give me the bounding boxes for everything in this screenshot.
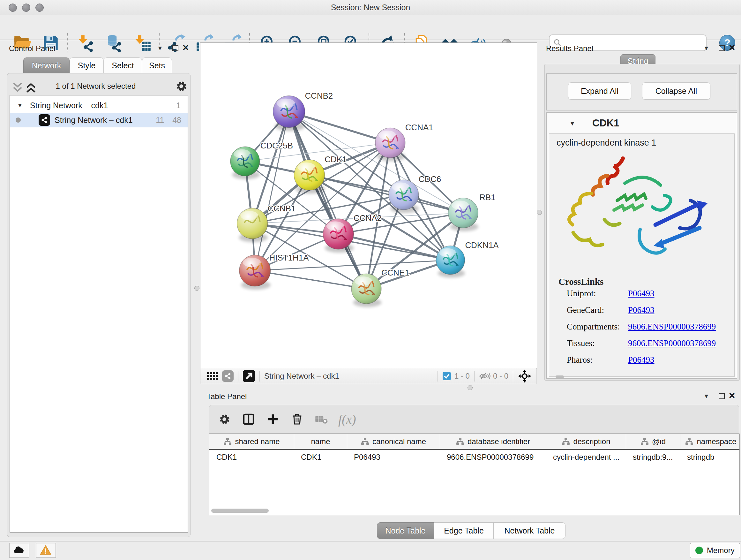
table-horizontal-scrollbar[interactable]: [211, 509, 269, 513]
table-cell[interactable]: 9606.ENSP00000378699: [440, 450, 546, 464]
network-node-label: CCNB2: [305, 91, 333, 100]
node-table: shared namenamecanonical namedatabase id…: [209, 434, 740, 515]
left-splitter-handle[interactable]: [194, 286, 199, 291]
right-splitter-handle[interactable]: [537, 210, 542, 215]
column-header-database-identifier[interactable]: database identifier: [440, 434, 546, 449]
protein-structure-image: [556, 152, 734, 271]
control-panel-float-icon[interactable]: [172, 45, 179, 51]
table-tab-bar: Node Table Edge Table Network Table: [377, 522, 565, 539]
crosslink-row: Uniprot:P06493: [567, 289, 733, 305]
shared-column-icon: [456, 438, 464, 445]
column-header-description[interactable]: description: [546, 434, 626, 449]
grid-view-icon[interactable]: [206, 370, 219, 382]
table-cell[interactable]: stringdb:9...: [626, 450, 680, 464]
crosslink-label: Uniprot:: [567, 289, 628, 299]
horizontal-splitter-handle[interactable]: [468, 385, 473, 390]
import-table-icon[interactable]: [133, 34, 152, 52]
network-node-CDK1[interactable]: CDK1: [294, 155, 347, 193]
network-node-CCNB2[interactable]: CCNB2: [273, 91, 333, 131]
network-node-label: CCNA1: [405, 123, 433, 132]
network-node-CDKN1A[interactable]: CDKN1A: [436, 241, 499, 278]
table-panel-title: Table Panel: [207, 392, 247, 401]
memory-button[interactable]: Memory: [690, 543, 740, 558]
selected-checkbox-icon[interactable]: [442, 372, 451, 381]
table-cell[interactable]: stringdb: [680, 450, 740, 464]
window-title: Session: New Session: [0, 3, 741, 12]
expand-all-networks-icon[interactable]: [25, 81, 37, 92]
expand-all-button[interactable]: Expand All: [568, 82, 631, 100]
network-tree-selected-row[interactable]: String Network – cdk1 11 48: [10, 113, 188, 127]
results-panel-collapse-icon[interactable]: ▼: [703, 45, 710, 52]
column-header-namespace[interactable]: namespace: [680, 434, 740, 449]
warnings-button[interactable]: [36, 543, 56, 558]
results-panel-float-icon[interactable]: [719, 45, 725, 51]
crosslink-link[interactable]: P06493: [628, 355, 655, 365]
control-panel-close-icon[interactable]: ×: [183, 44, 189, 51]
collapse-all-networks-icon[interactable]: [12, 81, 23, 92]
network-collection-count: 1: [176, 101, 181, 110]
tab-style[interactable]: Style: [70, 57, 104, 73]
table-cell[interactable]: P06493: [347, 450, 440, 464]
crosslink-link[interactable]: 9606.ENSP00000378699: [628, 338, 716, 348]
birds-eye-view-icon[interactable]: [243, 370, 255, 382]
network-tree-root-row[interactable]: ▼ String Network – cdk1 1: [10, 98, 188, 113]
memory-status-icon: [695, 547, 703, 554]
network-node-RB1[interactable]: RB1: [448, 193, 495, 231]
table-gear-icon[interactable]: [217, 412, 232, 427]
network-edge-CCNB2-CCNE1[interactable]: [289, 112, 366, 289]
table-cell[interactable]: CDK1: [294, 450, 347, 464]
main-toolbar: ?: [0, 15, 741, 40]
tab-sets[interactable]: Sets: [142, 57, 172, 73]
network-node-label: CCNE1: [381, 268, 409, 277]
crosslink-link[interactable]: 9606.ENSP00000378699: [628, 322, 716, 332]
collapse-all-button[interactable]: Collapse All: [642, 82, 711, 100]
network-node-label: CDC25B: [260, 141, 293, 150]
network-panel-gear-icon[interactable]: [175, 80, 188, 92]
tab-network[interactable]: Network: [23, 57, 70, 73]
network-node-label: CDK1: [325, 155, 347, 164]
table-panel-collapse-icon[interactable]: ▼: [703, 393, 710, 400]
results-panel-close-icon[interactable]: ×: [729, 44, 735, 51]
memory-label: Memory: [707, 546, 735, 555]
tab-network-table[interactable]: Network Table: [494, 522, 565, 539]
crosslink-link[interactable]: P06493: [628, 289, 655, 299]
shared-column-icon: [685, 438, 693, 445]
fit-selected-icon[interactable]: [518, 369, 532, 383]
network-node-CCNB1[interactable]: CCNB1: [237, 204, 296, 242]
network-node-label: RB1: [479, 193, 495, 202]
delete-column-icon[interactable]: [290, 412, 305, 427]
crosslink-link[interactable]: P06493: [628, 305, 655, 315]
columns-icon[interactable]: [241, 412, 256, 427]
shared-column-icon: [562, 438, 570, 445]
selected-node-edge-counts: 1 - 0: [455, 372, 470, 381]
import-network-file-icon[interactable]: [77, 34, 95, 52]
table-cell[interactable]: cyclin-dependent ...: [546, 450, 626, 464]
table-panel-close-icon[interactable]: ×: [729, 392, 735, 399]
add-column-icon[interactable]: [266, 412, 280, 427]
string-style-icon[interactable]: [222, 370, 233, 382]
column-header-shared-name[interactable]: shared name: [209, 434, 294, 449]
table-panel-float-icon[interactable]: [719, 393, 725, 399]
network-label: String Network – cdk1: [55, 116, 133, 125]
network-selection-summary: 1 of 1 Network selected: [42, 82, 150, 91]
tree-expander-icon[interactable]: ▼: [17, 102, 23, 109]
column-header-name[interactable]: name: [294, 434, 347, 449]
import-network-database-icon[interactable]: [105, 34, 123, 52]
table-cell[interactable]: CDK1: [209, 450, 294, 464]
tab-edge-table[interactable]: Edge Table: [434, 522, 494, 539]
network-canvas[interactable]: CCNB2CCNA1CDC25BCDK1CDC6RB1CCNB1CCNA2CDK…: [200, 43, 537, 368]
network-node-CDC25B[interactable]: CDC25B: [230, 141, 293, 179]
cloud-button[interactable]: [9, 543, 29, 558]
column-header--id[interactable]: @id: [626, 434, 680, 449]
network-node-HIST1H1A[interactable]: HIST1H1A: [239, 253, 309, 290]
protein-section-expander-icon[interactable]: ▼: [569, 120, 576, 127]
results-scrollbar[interactable]: [556, 375, 564, 378]
control-panel-collapse-icon[interactable]: ▼: [157, 45, 163, 52]
tab-node-table[interactable]: Node Table: [377, 522, 434, 539]
network-node-CCNA1[interactable]: CCNA1: [375, 123, 433, 161]
network-node-count: 11: [156, 116, 164, 125]
crosslinks-title: CrossLinks: [558, 276, 603, 287]
network-node-CDC6[interactable]: CDC6: [389, 175, 441, 213]
column-header-canonical-name[interactable]: canonical name: [347, 434, 440, 449]
tab-select[interactable]: Select: [104, 57, 142, 73]
